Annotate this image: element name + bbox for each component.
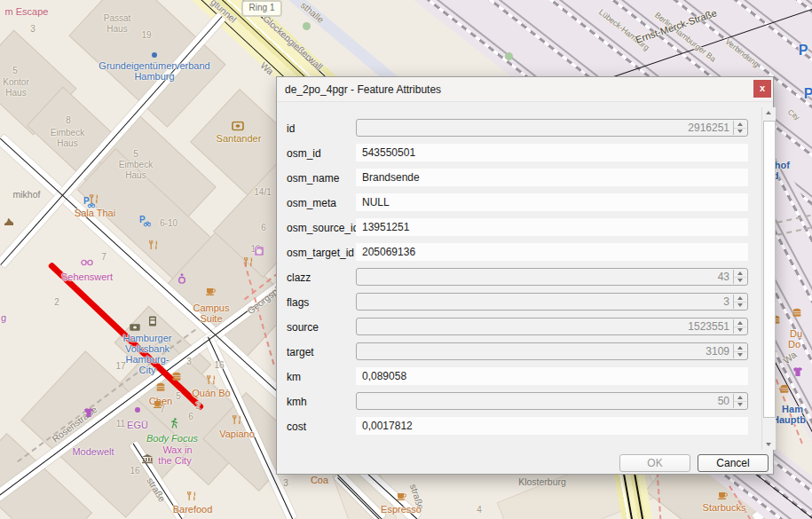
attribute-label: osm_meta [287, 197, 336, 209]
spinbox-field[interactable]: 3 [356, 293, 748, 311]
map-label: Haus [125, 171, 146, 180]
spin-down-icon[interactable] [734, 351, 746, 358]
map-label: Hamburg [134, 72, 174, 82]
optician-icon [81, 259, 93, 266]
spin-down-icon[interactable] [734, 401, 746, 408]
spin-buttons[interactable] [733, 121, 746, 135]
attribute-label: id [287, 122, 295, 135]
text-field[interactable]: 205069136 [356, 243, 748, 261]
map-label: Haus [5, 89, 26, 98]
attribute-label: flags [287, 296, 309, 309]
attribute-row: osm_metaNULL [277, 193, 753, 218]
restaurant-icon [206, 374, 217, 385]
vertical-scrollbar[interactable] [761, 107, 776, 450]
spin-down-icon[interactable] [734, 302, 746, 309]
scroll-down-icon[interactable] [762, 438, 776, 450]
attribute-label: source [287, 321, 319, 334]
dialog-title: de_2po_4pgr - Feature Attributes [285, 83, 441, 96]
spinbox-field[interactable]: 1523551 [356, 318, 748, 335]
bank-icon [232, 122, 244, 131]
attribute-label: osm_source_id [287, 222, 359, 234]
scroll-up-icon[interactable] [762, 107, 776, 119]
map-label: Hamburg- [126, 355, 169, 365]
map-label: 3 [186, 358, 192, 366]
map-label: the City [158, 456, 191, 466]
attribute-row: osm_nameBrandsende [277, 169, 753, 193]
close-icon[interactable]: x [753, 80, 771, 98]
attribute-label: osm_id [287, 147, 321, 160]
map-label: 2 [195, 402, 201, 411]
text-field[interactable]: NULL [356, 193, 748, 211]
attribute-label: clazz [287, 271, 311, 284]
map-label: 7 [101, 253, 106, 262]
bicycle-parking-icon: P [138, 215, 151, 227]
scrollbar-thumb[interactable] [763, 121, 776, 418]
map-label: 6 [261, 224, 266, 232]
attribute-row: target3109 [277, 342, 753, 367]
attribute-value: NULL [362, 196, 390, 208]
map-label: Wax in [162, 445, 192, 455]
spin-down-icon[interactable] [734, 128, 746, 135]
attribute-label: km [287, 371, 301, 383]
attribute-label: cost [287, 421, 306, 433]
map-label: Hauptb [772, 415, 806, 425]
attribute-label: osm_target_id [287, 247, 354, 259]
map-label: 5 [133, 150, 138, 159]
text-field[interactable]: 543550501 [356, 144, 748, 161]
map-label: 5 [12, 67, 18, 75]
museum-icon [141, 453, 154, 464]
dialog-titlebar[interactable]: de_2po_4pgr - Feature Attributes x [277, 77, 773, 102]
cancel-button[interactable]: Cancel [698, 454, 769, 472]
spin-down-icon[interactable] [734, 326, 746, 334]
spinbox-field[interactable]: 3109 [356, 342, 748, 360]
attribute-value: 3 [723, 295, 729, 308]
attribute-value: 0,0017812 [362, 420, 413, 432]
attribute-form: id2916251osm_id543550501osm_nameBrandsen… [277, 107, 753, 450]
tree-icon [505, 52, 513, 60]
cafe-icon [717, 490, 728, 500]
map-label: P [799, 43, 808, 58]
poi-dot-icon [134, 406, 141, 413]
map-label: 2 [54, 298, 59, 307]
attribute-row: km0,089058 [277, 367, 753, 392]
spin-buttons[interactable] [733, 270, 746, 284]
spin-down-icon[interactable] [734, 277, 746, 284]
spin-buttons[interactable] [733, 319, 746, 334]
map-label: Campus [193, 303, 230, 313]
map-label: Eimbeck [51, 129, 84, 138]
cafe-icon [396, 491, 406, 501]
spinbox-field[interactable]: 43 [356, 268, 748, 286]
text-field[interactable]: Brandsende [356, 169, 748, 186]
atm-icon [148, 316, 157, 327]
spin-buttons[interactable] [733, 295, 746, 309]
jewelry-icon [177, 273, 187, 285]
text-field[interactable]: 0,089058 [356, 367, 748, 385]
restaurant-icon [232, 414, 242, 425]
map-label: Eimbeck [119, 161, 153, 169]
attribute-row: clazz43 [277, 268, 753, 293]
text-field[interactable]: 13951251 [356, 218, 748, 236]
map-label: 16 [214, 361, 224, 370]
map-label: Hamburger [122, 334, 171, 343]
spinbox-field[interactable]: 2916251 [356, 119, 748, 137]
map-label: 17 [115, 362, 125, 371]
map-label: 6 [188, 413, 193, 421]
spinbox-field[interactable]: 50 [356, 392, 748, 410]
spin-buttons[interactable] [733, 344, 746, 358]
ok-button[interactable]: OK [619, 454, 690, 472]
attribute-row: kmh50 [277, 392, 753, 417]
map-label: Kontor [3, 78, 28, 87]
restaurant-icon [89, 193, 99, 204]
map-label: Sala Thai [75, 208, 115, 218]
text-field[interactable]: 0,0017812 [356, 417, 748, 435]
map-label: Ham [782, 405, 803, 414]
attribute-row: cost0,0017812 [277, 417, 753, 442]
qgis-window: m Escape3PassatHaus19Grundeigentümerverb… [0, 0, 812, 519]
attribute-value: 3109 [706, 345, 729, 358]
map-label: Barefood [173, 505, 213, 515]
spin-buttons[interactable] [733, 394, 746, 408]
map-label: Du [790, 329, 802, 339]
map-label: Klosterburg [518, 477, 566, 487]
map-label: 8 [66, 116, 71, 125]
attribute-value: 205069136 [362, 246, 415, 258]
